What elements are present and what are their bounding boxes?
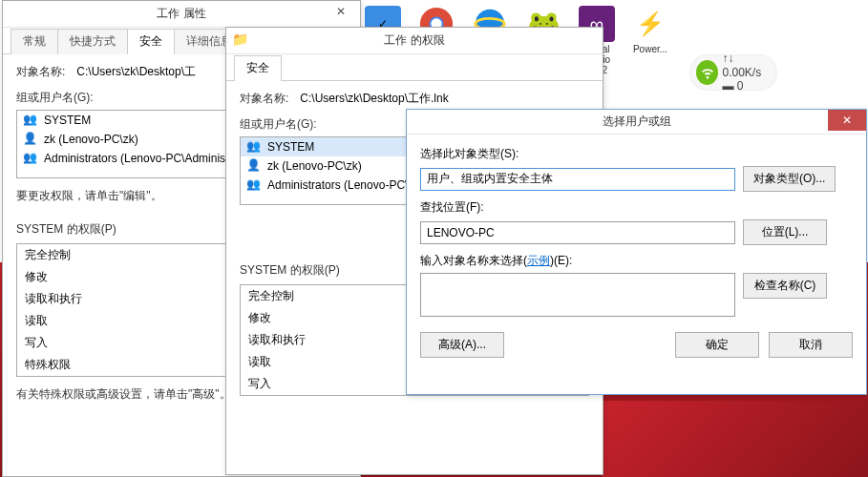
network-badge[interactable]: ↑↓ 0.00K/s ▬ 0 [690,55,776,90]
user-icon: 👥 [23,113,38,128]
titlebar[interactable]: 选择用户或组 ✕ [407,110,866,135]
ok-button[interactable]: 确定 [675,332,759,358]
object-type-label: 选择此对象类型(S): [420,146,853,162]
locations-button[interactable]: 位置(L)... [743,219,827,245]
group-icon: 👥 [246,177,262,193]
close-icon[interactable]: ✕ [322,1,360,22]
object-names-input[interactable] [420,273,735,317]
location-field[interactable] [420,221,735,244]
window-title: 工作 属性 [157,6,205,22]
desktop-icon-label: Power... [633,44,667,54]
net-speed: ↑↓ 0.00K/s [722,52,771,79]
object-type-field[interactable] [420,168,735,191]
advanced-button[interactable]: 高级(A)... [420,332,504,358]
object-name-value: C:\Users\zk\Desktop\工 [76,64,196,80]
tab-security[interactable]: 安全 [127,29,175,54]
object-name-label: 对象名称: [16,64,65,80]
user-icon: 👤 [246,158,262,174]
desktop-icon-power[interactable]: ⚡Power... [628,6,672,75]
tab-security[interactable]: 安全 [234,55,282,81]
tab-strip: 安全 [226,54,603,81]
folder-icon: 📁 [232,31,248,47]
titlebar[interactable]: 工作 属性 ✕ [3,1,360,28]
check-names-button[interactable]: 检查名称(C) [743,273,827,299]
desktop-wallpaper [602,401,868,477]
object-types-button[interactable]: 对象类型(O)... [743,166,836,192]
object-name-value: C:\Users\zk\Desktop\工作.lnk [300,91,448,107]
location-label: 查找位置(F): [420,199,853,216]
example-link[interactable]: 示例 [527,254,550,267]
tab-shortcut[interactable]: 快捷方式 [57,29,128,54]
dialog-title: 选择用户或组 [603,114,671,130]
cancel-button[interactable]: 取消 [769,332,853,358]
enter-object-label: 输入对象名称来选择(示例)(E): [420,253,853,269]
user-icon: 👤 [23,132,38,147]
user-icon: 👥 [246,139,262,155]
wifi-icon [696,60,718,85]
select-user-dialog: 选择用户或组 ✕ 选择此对象类型(S): 对象类型(O)... 查找位置(F):… [406,109,867,395]
titlebar[interactable]: 📁 工作 的权限 [226,28,603,54]
tab-general[interactable]: 常规 [11,29,58,54]
object-name-label: 对象名称: [240,91,288,107]
close-icon[interactable]: ✕ [828,110,866,131]
net-data: ▬ 0 [722,79,771,93]
group-icon: 👥 [23,151,38,166]
window-title: 工作 的权限 [384,32,444,49]
